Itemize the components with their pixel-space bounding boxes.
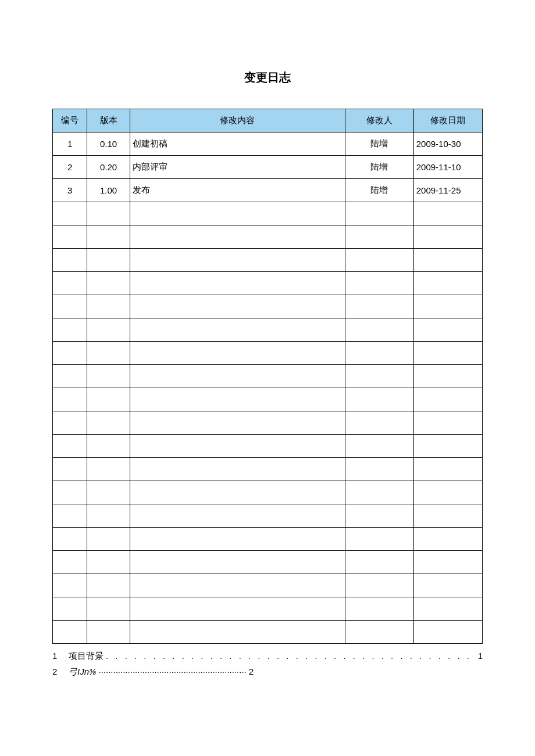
table-row-empty [53, 295, 483, 318]
table-row-empty [53, 481, 483, 504]
document-page: 变更日志 编号 版本 修改内容 修改人 修改日期 10.10创建初稿陆增2009… [0, 0, 535, 717]
toc-dots: . . . . . . . . . . . . . . . . . . . . … [106, 651, 476, 661]
cell-version: 1.00 [87, 179, 130, 202]
table-row-empty [53, 342, 483, 365]
table-row-empty [53, 249, 483, 272]
cell-content: 创建初稿 [130, 132, 345, 156]
table-row-empty [53, 597, 483, 621]
toc-label: 项目背景 [69, 651, 106, 662]
table-row-empty [53, 411, 483, 435]
cell-content: 内部评审 [130, 156, 345, 179]
toc: 1项目背景. . . . . . . . . . . . . . . . . .… [52, 651, 483, 678]
table-row-empty [53, 435, 483, 458]
table-row-empty [53, 202, 483, 225]
table-row-empty [53, 458, 483, 481]
table-row-empty [53, 504, 483, 528]
toc-entry: 1项目背景. . . . . . . . . . . . . . . . . .… [52, 651, 483, 662]
toc-label: 弓IJn⅜ [69, 667, 99, 678]
toc-num: 2 [52, 667, 69, 676]
table-row-empty [53, 272, 483, 295]
page-title: 变更日志 [52, 70, 483, 85]
table-row: 10.10创建初稿陆增2009-10-30 [53, 132, 483, 156]
cell-version: 0.20 [87, 156, 130, 179]
table-row-empty [53, 621, 483, 644]
table-row-empty [53, 388, 483, 411]
col-id: 编号 [53, 109, 87, 132]
table-row-empty [53, 225, 483, 249]
cell-id: 1 [53, 132, 87, 156]
cell-author: 陆增 [345, 132, 413, 156]
col-content: 修改内容 [130, 109, 345, 132]
table-row-empty [53, 365, 483, 388]
cell-date: 2009-10-30 [413, 132, 482, 156]
cell-date: 2009-11-10 [413, 156, 482, 179]
table-row-empty [53, 551, 483, 574]
table-row: 20.20内部评审陆增2009-11-10 [53, 156, 483, 179]
cell-version: 0.10 [87, 132, 130, 156]
toc-page: 2 [247, 667, 254, 676]
toc-entry: 2弓IJn⅜··································… [52, 667, 483, 678]
table-row: 31.00发布陆增2009-11-25 [53, 179, 483, 202]
col-version: 版本 [87, 109, 130, 132]
table-row-empty [53, 574, 483, 597]
cell-id: 3 [53, 179, 87, 202]
cell-author: 陆增 [345, 179, 413, 202]
toc-num: 1 [52, 651, 69, 661]
table-body: 10.10创建初稿陆增2009-10-3020.20内部评审陆增2009-11-… [53, 132, 483, 644]
cell-date: 2009-11-25 [413, 179, 482, 202]
cell-author: 陆增 [345, 156, 413, 179]
changelog-table: 编号 版本 修改内容 修改人 修改日期 10.10创建初稿陆增2009-10-3… [52, 109, 483, 644]
toc-dots: ········································… [99, 667, 247, 676]
cell-content: 发布 [130, 179, 345, 202]
col-date: 修改日期 [413, 109, 482, 132]
table-row-empty [53, 528, 483, 551]
table-header: 编号 版本 修改内容 修改人 修改日期 [53, 109, 483, 132]
cell-id: 2 [53, 156, 87, 179]
table-row-empty [53, 318, 483, 342]
col-author: 修改人 [345, 109, 413, 132]
toc-page: 1 [476, 651, 483, 661]
